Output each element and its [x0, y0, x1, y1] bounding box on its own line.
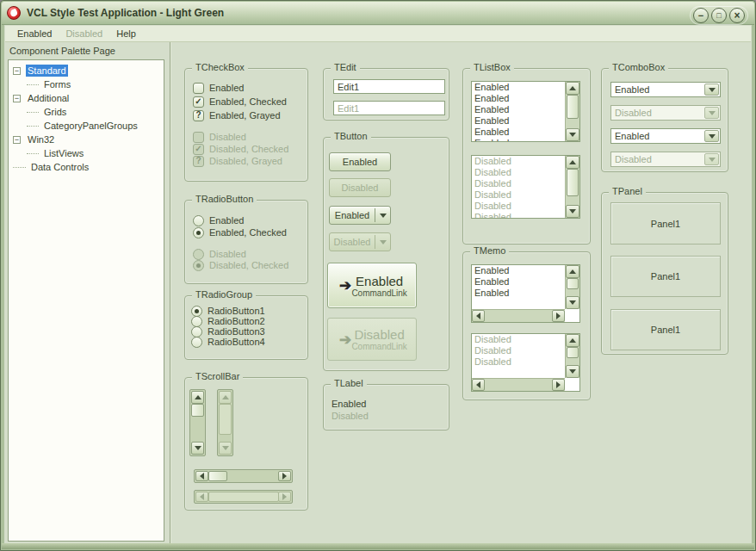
maximize-icon[interactable]: □	[711, 8, 727, 23]
close-icon[interactable]: ×	[729, 8, 745, 23]
memo-line: Disabled	[472, 334, 579, 345]
splitbutton-enabled[interactable]: Enabled	[329, 206, 391, 225]
scrollbar-horizontal-enabled[interactable]	[194, 469, 293, 483]
radio-disabled-checked-icon	[193, 260, 204, 271]
scroll-up-button[interactable]	[566, 334, 579, 347]
scroll-up-button[interactable]	[566, 156, 579, 169]
scroll-left-button[interactable]	[195, 471, 208, 481]
tree-item-forms[interactable]: Forms	[42, 78, 72, 90]
splitter[interactable]	[170, 42, 170, 543]
tree-item-categorypanelgroups[interactable]: CategoryPanelGroups	[42, 120, 139, 132]
listbox-enabled[interactable]: Enabled Enabled Enabled Enabled Enabled …	[471, 81, 580, 142]
scroll-left-button[interactable]	[472, 310, 485, 322]
scroll-up-button[interactable]	[566, 265, 579, 278]
scroll-thumb[interactable]	[567, 169, 579, 196]
scroll-down-button[interactable]	[566, 296, 579, 309]
group-title: TLabel	[331, 378, 367, 388]
list-item[interactable]: Enabled	[472, 93, 579, 104]
arrow-right-icon	[282, 473, 287, 480]
title-bar[interactable]: VCL Style Test Application - Light Green…	[2, 2, 754, 25]
group-title: TRadioButton	[192, 194, 257, 204]
memo-enabled[interactable]: Enabled Enabled Enabled	[471, 264, 580, 323]
list-item[interactable]: Enabled	[472, 115, 579, 127]
scroll-down-button[interactable]	[566, 365, 579, 378]
group-tscrollbar: TScrollBar	[184, 377, 308, 511]
tree-item-data-controls[interactable]: Data Controls	[29, 161, 90, 173]
combo-dropdown-button[interactable]	[704, 130, 719, 142]
group-title: TPanel	[609, 186, 646, 196]
tree-row[interactable]: − Standard	[9, 64, 164, 77]
tree-row[interactable]: ListViews	[9, 146, 164, 160]
list-item[interactable]: Enabled	[472, 138, 579, 142]
radio-unchecked-icon[interactable]	[191, 337, 202, 348]
checkbox-checked-icon[interactable]: ✓	[193, 96, 204, 108]
scroll-left-button[interactable]	[472, 379, 485, 391]
scroll-thumb[interactable]	[567, 347, 579, 358]
minimize-icon[interactable]: −	[693, 8, 709, 23]
scroll-thumb[interactable]	[567, 278, 579, 289]
commandlink-enabled[interactable]: ➔ Enabled CommandLink	[327, 263, 417, 308]
checkbox-unchecked-icon[interactable]	[193, 83, 204, 94]
list-item[interactable]: Enabled	[472, 127, 579, 138]
edit-enabled[interactable]: Edit1	[333, 79, 445, 94]
scroll-thumb[interactable]	[567, 95, 579, 119]
scroll-right-button[interactable]	[552, 310, 565, 322]
menu-item-enabled[interactable]: Enabled	[10, 27, 59, 40]
radio-checked-icon[interactable]	[193, 227, 204, 238]
combobox-edit-enabled[interactable]: Enabled	[610, 128, 721, 144]
tree-item-listviews[interactable]: ListViews	[42, 147, 85, 159]
scroll-thumb[interactable]	[191, 404, 204, 417]
arrow-right-icon: ➔	[339, 278, 351, 293]
window-controls: − □ ×	[690, 6, 748, 25]
scrollbar-vertical-disabled	[217, 389, 233, 456]
scrollbar-vertical[interactable]	[565, 265, 579, 309]
tree-row[interactable]: Grids	[9, 105, 164, 119]
scroll-up-button[interactable]	[191, 391, 204, 404]
scroll-thumb[interactable]	[208, 471, 227, 481]
tree-row[interactable]: − Additional	[9, 91, 164, 105]
arrow-up-icon	[569, 86, 576, 90]
scroll-up-button[interactable]	[566, 82, 579, 95]
tree-collapse-icon[interactable]: −	[13, 95, 21, 102]
scroll-down-button[interactable]	[566, 128, 579, 141]
chevron-down-icon	[380, 240, 387, 245]
dropdown-button[interactable]	[375, 214, 390, 218]
scroll-down-button[interactable]	[566, 205, 579, 218]
checkbox-grayed-icon[interactable]: ?	[193, 110, 204, 121]
arrow-down-icon	[569, 133, 576, 137]
list-item[interactable]: Enabled	[472, 104, 579, 115]
combo-dropdown-button[interactable]	[704, 84, 719, 96]
tree-row[interactable]: Data Controls	[9, 160, 164, 174]
arrow-down-icon	[569, 369, 576, 374]
tree-connector	[27, 126, 39, 127]
radio-label: Enabled, Checked	[209, 227, 287, 238]
scroll-right-button[interactable]	[552, 379, 565, 391]
list-item[interactable]: Enabled	[472, 82, 579, 93]
menu-item-help[interactable]: Help	[109, 27, 143, 40]
group-tedit: TEdit Edit1 Edit1	[323, 68, 449, 121]
arrow-right-icon	[282, 493, 287, 500]
tree-collapse-icon[interactable]: −	[13, 136, 21, 144]
menu-bar: Enabled Disabled Help	[5, 26, 751, 42]
tree-item-win32[interactable]: Win32	[26, 133, 56, 145]
tree-collapse-icon[interactable]: −	[13, 67, 21, 75]
window-frame-bottom	[2, 543, 754, 549]
radio-unchecked-icon[interactable]	[193, 215, 204, 226]
scrollbar-vertical[interactable]	[565, 82, 579, 141]
tree-item-standard[interactable]: Standard	[26, 65, 68, 77]
scrollbar-horizontal[interactable]	[472, 309, 565, 322]
memo-disabled: Disabled Disabled Disabled	[471, 333, 580, 392]
tree-row[interactable]: CategoryPanelGroups	[9, 119, 164, 133]
combobox-enabled[interactable]: Enabled	[610, 82, 721, 97]
scrollbar-vertical-enabled[interactable]	[189, 389, 206, 456]
tree-row[interactable]: − Win32	[9, 133, 164, 146]
combobox-value: Enabled	[615, 131, 649, 141]
button-enabled[interactable]: Enabled	[329, 152, 391, 171]
scroll-down-button[interactable]	[191, 442, 204, 455]
scroll-right-button[interactable]	[278, 471, 291, 481]
tree-item-additional[interactable]: Additional	[26, 92, 71, 104]
tree-row[interactable]: Forms	[9, 77, 164, 91]
dropdown-button	[375, 240, 390, 245]
tree-item-grids[interactable]: Grids	[42, 106, 68, 118]
component-tree[interactable]: − Standard Forms − Additional Grids Cate…	[8, 59, 164, 542]
